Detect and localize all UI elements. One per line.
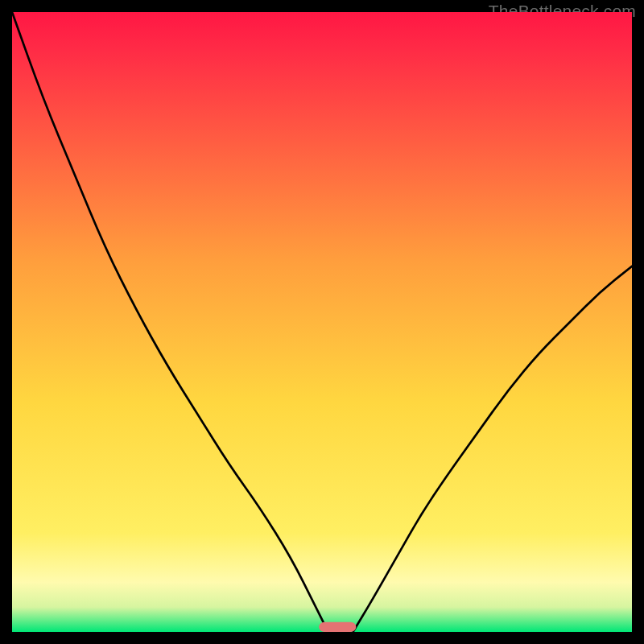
bottleneck-marker — [319, 622, 356, 632]
bottleneck-chart — [12, 12, 632, 632]
chart-frame: TheBottleneck.com — [0, 0, 644, 644]
gradient-background — [12, 12, 632, 632]
